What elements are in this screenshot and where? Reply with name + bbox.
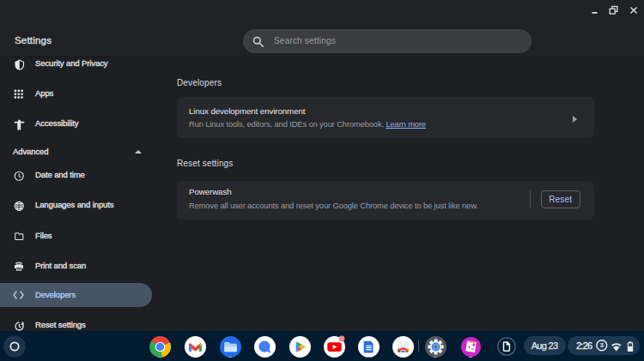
svg-text:3: 3 bbox=[600, 342, 604, 350]
